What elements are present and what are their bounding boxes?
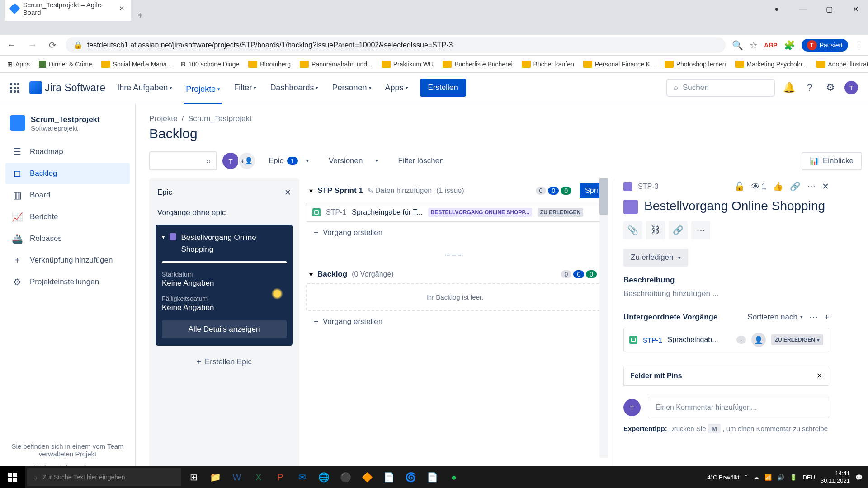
bookmark-item[interactable]: B100 schöne Dinge xyxy=(178,59,242,70)
create-issue-backlog[interactable]: + Vorgang erstellen xyxy=(306,311,604,333)
sort-dropdown[interactable]: Sortieren nach▾ xyxy=(747,313,803,322)
epic-filter[interactable]: Epic 1 ▾ xyxy=(269,156,309,165)
app-icon[interactable]: 📄 xyxy=(421,466,443,488)
explorer-icon[interactable]: 📁 xyxy=(204,466,226,488)
add-assignee-button[interactable]: +👤 xyxy=(238,152,256,170)
language-indicator[interactable]: DEU xyxy=(802,474,815,481)
task-view-icon[interactable]: ⊞ xyxy=(183,466,204,488)
obs-icon[interactable]: ⚫ xyxy=(335,466,356,488)
profile-avatar[interactable]: T xyxy=(844,81,858,94)
volume-icon[interactable]: 🔊 xyxy=(777,474,784,481)
issue-title[interactable]: Bestellvorgang Online Shopping xyxy=(644,198,825,214)
edge-icon[interactable]: 🌀 xyxy=(400,466,421,488)
chevron-down-icon[interactable]: ▾ xyxy=(309,270,313,279)
bookmark-item[interactable]: Praktikum WU xyxy=(379,59,436,70)
bookmark-item[interactable]: Panoramabahn und... xyxy=(297,59,375,70)
app-switcher-icon[interactable] xyxy=(10,83,19,93)
description-placeholder[interactable]: Beschreibung hinzufügen ... xyxy=(623,289,829,298)
add-child-button[interactable]: ⛓ xyxy=(646,221,665,239)
add-dates-button[interactable]: ✎ Daten hinzufügen xyxy=(368,187,432,195)
create-issue-sprint[interactable]: + Vorgang erstellen xyxy=(306,222,604,244)
bookmark-item[interactable]: Social Media Mana... xyxy=(99,59,175,70)
create-button[interactable]: Erstellen xyxy=(420,79,466,97)
assignee-avatar[interactable]: T xyxy=(222,152,240,170)
bookmark-item[interactable]: Bücher kaufen xyxy=(519,59,577,70)
sidebar-item-board[interactable]: ▥Board xyxy=(5,184,130,206)
bookmark-item[interactable]: Marketing Psycholo... xyxy=(732,59,810,70)
notifications-icon[interactable]: 🔔 xyxy=(782,81,796,94)
wifi-icon[interactable]: 📶 xyxy=(764,474,772,481)
account-icon[interactable]: ● xyxy=(764,0,789,18)
forward-button[interactable]: → xyxy=(25,37,40,53)
close-tab-icon[interactable]: ✕ xyxy=(119,5,125,13)
maximize-icon[interactable]: ▢ xyxy=(816,0,842,18)
jira-logo[interactable]: Jira Software xyxy=(29,81,105,94)
nav-projects[interactable]: Projekte▾ xyxy=(184,82,222,104)
menu-icon[interactable]: ⋮ xyxy=(854,40,863,51)
onedrive-icon[interactable]: ☁ xyxy=(753,474,759,481)
breadcrumb-project[interactable]: Scrum_Testprojekt xyxy=(188,114,252,123)
help-icon[interactable]: ? xyxy=(803,81,816,94)
child-key[interactable]: STP-1 xyxy=(643,336,662,344)
star-icon[interactable]: ☆ xyxy=(750,40,758,51)
epic-label[interactable]: BESTELLVORGANG ONLINE SHOPP... xyxy=(428,208,532,217)
chrome-icon[interactable]: 🌐 xyxy=(313,466,335,488)
tray-chevron[interactable]: ˄ xyxy=(745,474,748,481)
powerpoint-icon[interactable]: P xyxy=(269,466,291,488)
zoom-icon[interactable]: 🔍 xyxy=(732,40,743,51)
close-epic-panel[interactable]: ✕ xyxy=(284,188,291,197)
settings-icon[interactable]: ⚙ xyxy=(824,81,837,94)
more-icon[interactable]: ⋯ xyxy=(807,181,816,192)
reload-button[interactable]: ⟳ xyxy=(46,37,59,53)
bookmark-item[interactable]: Personal Finance K... xyxy=(580,59,658,70)
pinned-fields[interactable]: Felder mit Pins ✕ xyxy=(623,366,829,386)
chevron-down-icon[interactable]: ▾ xyxy=(162,234,165,240)
share-icon[interactable]: 🔗 xyxy=(790,181,801,192)
issue-key[interactable]: STP-3 xyxy=(638,183,658,191)
notifications-icon[interactable]: 💬 xyxy=(855,474,863,481)
child-issue-row[interactable]: STP-1 Spracheingab... - 👤 ZU ERLEDIGEN▾ xyxy=(623,328,829,352)
battery-icon[interactable]: 🔋 xyxy=(790,474,797,481)
unlock-icon[interactable]: 🔓 xyxy=(734,181,745,192)
chevron-down-icon[interactable]: ▾ xyxy=(309,187,313,195)
nav-dashboards[interactable]: Dashboards▾ xyxy=(268,80,320,95)
nav-apps[interactable]: Apps▾ xyxy=(383,80,410,95)
sidebar-item-reports[interactable]: 📈Berichte xyxy=(5,206,130,228)
create-epic-button[interactable]: + Erstellen Epic xyxy=(156,350,293,374)
epic-color-icon[interactable] xyxy=(623,200,638,214)
thumbs-up-icon[interactable]: 👍 xyxy=(773,181,783,192)
child-more-icon[interactable]: ⋯ xyxy=(809,312,818,322)
insights-button[interactable]: 📊 Einblicke xyxy=(802,152,862,170)
sidebar-item-releases[interactable]: 🚢Releases xyxy=(5,228,130,249)
sidebar-item-backlog[interactable]: ⊟Backlog xyxy=(5,163,130,184)
close-detail-icon[interactable]: ✕ xyxy=(822,181,829,192)
versions-filter[interactable]: Versionen ▾ xyxy=(329,156,378,165)
bookmark-item[interactable]: Adobe Illustrator xyxy=(813,59,868,70)
extensions-icon[interactable]: 🧩 xyxy=(784,40,795,51)
browser-tab[interactable]: Scrum_Testprojekt – Agile-Board ✕ xyxy=(5,0,131,21)
resize-handle[interactable]: ═══ xyxy=(306,244,604,265)
spotify-icon[interactable]: ● xyxy=(443,466,465,488)
nav-filters[interactable]: Filter▾ xyxy=(232,80,258,95)
taskbar-search[interactable]: ⌕ Zur Suche Text hier eingeben xyxy=(27,468,181,486)
weather-widget[interactable]: 4°C Bewölkt xyxy=(708,474,740,481)
nav-your-work[interactable]: Ihre Aufgaben▾ xyxy=(115,80,174,95)
close-pinned-icon[interactable]: ✕ xyxy=(816,371,822,380)
bookmark-item[interactable]: Photoshop lernen xyxy=(662,59,729,70)
attach-button[interactable]: 📎 xyxy=(623,221,642,239)
backlog-search[interactable]: ⌕ xyxy=(149,151,217,170)
bookmark-item[interactable]: Dinner & Crime xyxy=(36,59,95,70)
epic-card[interactable]: ▾ Bestellvorgang Online Shopping Startda… xyxy=(156,225,293,346)
bookmark-item[interactable]: Bücherliste Bücherei xyxy=(440,59,515,70)
new-tab-button[interactable]: + xyxy=(131,10,149,21)
breadcrumb-projects[interactable]: Projekte xyxy=(149,114,177,123)
start-sprint-button[interactable]: Spri xyxy=(580,183,600,198)
sidebar-item-add-link[interactable]: +Verknüpfung hinzufügen xyxy=(5,249,130,271)
sidebar-item-settings[interactable]: ⚙Projekteinstellungen xyxy=(5,271,130,293)
sidebar-item-roadmap[interactable]: ☰Roadmap xyxy=(5,141,130,163)
child-status-badge[interactable]: ZU ERLEDIGEN▾ xyxy=(771,334,823,345)
watch-button[interactable]: 👁1 xyxy=(751,182,766,192)
unassigned-avatar[interactable]: 👤 xyxy=(751,333,766,347)
word-icon[interactable]: W xyxy=(226,466,248,488)
start-button[interactable] xyxy=(0,466,25,488)
